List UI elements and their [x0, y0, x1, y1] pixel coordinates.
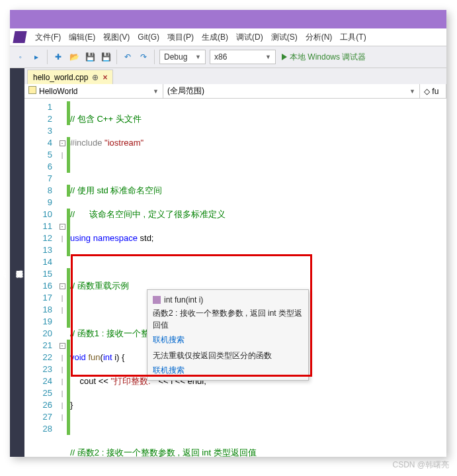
code-body[interactable]: // 包含 C++ 头文件 #include "iostream" // 使用 … — [70, 99, 446, 457]
intellisense-tooltip: int fun(int i) 函数2 : 接收一个整数参数 , 返回 int 类… — [147, 289, 309, 381]
navigation-bar: HelloWorld▼ (全局范围)▼ ◇ fu — [24, 84, 446, 99]
chevron-down-icon: ▼ — [265, 54, 271, 60]
watermark: CSDN @韩曙亮 — [392, 459, 449, 471]
menu-project[interactable]: 项目(P) — [163, 30, 198, 45]
online-search-link[interactable]: 联机搜索 — [153, 334, 303, 346]
code-editor[interactable]: 1234567891011121314151617181920212223242… — [24, 99, 446, 457]
fold-icon[interactable]: - — [60, 283, 65, 289]
editor-area: hello_world.cpp ⊕ × HelloWorld▼ (全局范围)▼ … — [24, 68, 446, 457]
menu-analyze[interactable]: 分析(N) — [302, 30, 337, 45]
fold-icon[interactable]: - — [60, 224, 65, 230]
menu-test[interactable]: 测试(S) — [267, 30, 302, 45]
side-rail: 服务器资源管理器 工具箱 — [10, 68, 24, 457]
scope-combo[interactable]: HelloWorld▼ — [24, 84, 163, 98]
project-icon — [28, 86, 36, 94]
menu-git[interactable]: Git(G) — [134, 30, 163, 44]
tab-filename: hello_world.cpp — [33, 73, 88, 82]
separator — [47, 50, 48, 64]
menu-bar: 文件(F) 编辑(E) 视图(V) Git(G) 项目(P) 生成(B) 调试(… — [10, 28, 446, 46]
member-combo[interactable]: ◇ fu — [420, 84, 446, 98]
tab-row: hello_world.cpp ⊕ × — [24, 68, 446, 84]
tooltip-desc: 函数2 : 接收一个整数参数 , 返回 int 类型返回值 — [153, 307, 303, 331]
fold-icon[interactable]: - — [60, 343, 65, 349]
menu-debug[interactable]: 调试(D) — [232, 30, 267, 45]
run-label: 本地 Windows 调试器 — [290, 52, 366, 63]
separator — [154, 50, 155, 64]
menu-file[interactable]: 文件(F) — [31, 30, 65, 45]
nav-fwd-button[interactable]: ▸ — [29, 50, 44, 64]
separator — [116, 50, 117, 64]
method-icon — [153, 296, 161, 304]
member-value: fu — [432, 87, 438, 96]
app-window: 文件(F) 编辑(E) 视图(V) Git(G) 项目(P) 生成(B) 调试(… — [10, 10, 446, 457]
menu-view[interactable]: 视图(V) — [99, 30, 134, 45]
undo-button[interactable]: ↶ — [120, 50, 135, 64]
open-button[interactable]: 📂 — [67, 50, 81, 64]
save-button[interactable]: 💾 — [83, 50, 97, 64]
config-combo[interactable]: Debug▼ — [159, 50, 206, 64]
line-number-gutter: 1234567891011121314151617181920212223242… — [24, 99, 58, 457]
pin-icon[interactable]: ⊕ — [92, 73, 99, 82]
play-icon — [282, 54, 287, 60]
toolbar: ◦ ▸ ✚ 📂 💾 💾 ↶ ↷ Debug▼ x86▼ 本地 Windows 调… — [10, 46, 446, 68]
platform-value: x86 — [214, 52, 227, 62]
config-value: Debug — [164, 52, 187, 62]
vs-logo-icon — [13, 31, 26, 43]
fold-column: -|-|-||-|||||| — [58, 99, 67, 457]
chevron-down-icon: ▼ — [195, 54, 201, 60]
fold-icon[interactable]: - — [60, 140, 65, 146]
chevron-down-icon: ▼ — [153, 88, 159, 95]
region-value: (全局范围) — [167, 85, 204, 97]
nav-back-button[interactable]: ◦ — [13, 50, 28, 64]
scope-value: HelloWorld — [39, 87, 77, 96]
close-icon[interactable]: × — [103, 73, 107, 82]
tooltip-error: 无法重载仅按返回类型区分的函数 — [153, 350, 303, 361]
save-all-button[interactable]: 💾 — [99, 50, 113, 64]
start-debug-button[interactable]: 本地 Windows 调试器 — [282, 52, 366, 63]
menu-build[interactable]: 生成(B) — [198, 30, 232, 45]
title-bar[interactable] — [10, 10, 446, 28]
redo-button[interactable]: ↷ — [136, 50, 151, 64]
menu-tools[interactable]: 工具(T) — [336, 30, 370, 45]
menu-edit[interactable]: 编辑(E) — [65, 30, 99, 45]
new-button[interactable]: ✚ — [51, 50, 65, 64]
tooltip-signature: int fun(int i) — [164, 294, 203, 306]
chevron-down-icon: ▼ — [409, 88, 415, 95]
file-tab[interactable]: hello_world.cpp ⊕ × — [27, 70, 113, 84]
online-search-link[interactable]: 联机搜索 — [153, 364, 303, 376]
region-combo[interactable]: (全局范围)▼ — [163, 84, 420, 98]
platform-combo[interactable]: x86▼ — [210, 50, 276, 64]
